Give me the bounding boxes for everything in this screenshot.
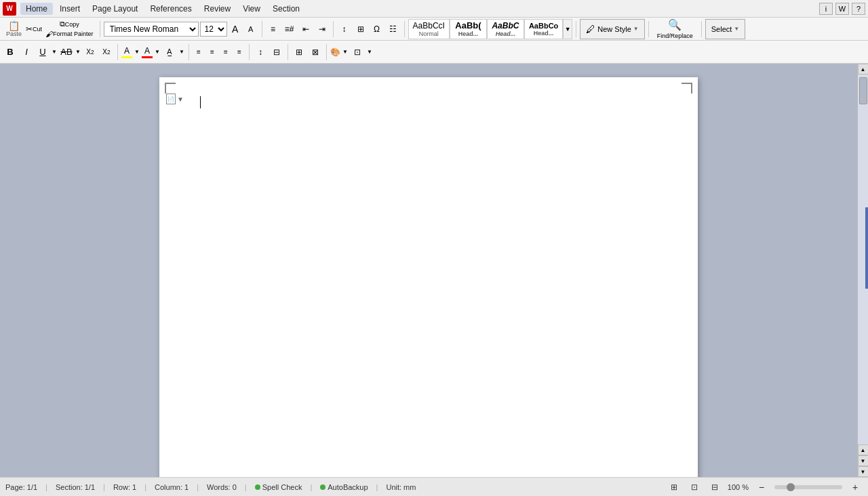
scrollbar-right: ▲ ▲ ▼ ▼	[857, 64, 868, 477]
status-row: Row: 1	[113, 483, 136, 491]
decrease-font-button[interactable]: A	[243, 22, 258, 37]
font-size-select[interactable]: 12	[200, 22, 227, 37]
scroll-up-button[interactable]: ▲	[858, 64, 869, 75]
sep-5	[576, 21, 576, 37]
copy-button[interactable]: ⧉ Copy	[43, 20, 96, 28]
view-print-button[interactable]: ⊟	[707, 480, 722, 495]
zoom-in-button[interactable]: +	[848, 480, 863, 495]
sep-3	[333, 21, 334, 37]
increase-font-button[interactable]: A	[228, 22, 243, 37]
info-button[interactable]: i	[819, 3, 833, 15]
underline-group: U ▼	[35, 45, 58, 60]
new-style-icon: 🖊	[586, 24, 595, 35]
menu-view[interactable]: View	[237, 3, 266, 15]
font-name-group: Times New Roman	[104, 22, 199, 37]
doc-dropdown[interactable]: ▼	[177, 96, 184, 103]
scroll-page-down-button[interactable]: ▼	[858, 455, 869, 466]
underline-dropdown[interactable]: ▼	[51, 45, 58, 60]
style-normal[interactable]: AaBbCcI Normal	[408, 19, 450, 39]
special-chars-button[interactable]: Ω	[370, 22, 384, 37]
decrease-indent-button[interactable]: ⇤	[298, 22, 313, 37]
sep-6	[648, 21, 649, 37]
sep-f5	[326, 44, 327, 60]
doc-icon-area: 📄 ▼	[166, 94, 184, 104]
menu-page-layout[interactable]: Page Layout	[87, 3, 143, 15]
paste-label: Paste	[6, 30, 22, 37]
strikethrough-button[interactable]: AB	[59, 45, 74, 60]
menu-home[interactable]: Home	[20, 3, 53, 15]
strikethrough-dropdown[interactable]: ▼	[75, 45, 81, 60]
font-size-group: 12 A A	[200, 22, 258, 37]
shading-button[interactable]: 🎨	[330, 47, 340, 57]
new-style-dropdown-icon: ▼	[633, 26, 639, 32]
sort-button[interactable]: ↕	[337, 22, 352, 37]
scroll-down-button[interactable]: ▼	[858, 466, 869, 477]
menu-review[interactable]: Review	[199, 3, 236, 15]
borders-button[interactable]: ⊠	[308, 45, 323, 60]
style-heading1[interactable]: AaBb( Head...	[450, 19, 487, 39]
select-button[interactable]: Select ▼	[705, 19, 746, 39]
format-painter-button[interactable]: 🖌 Format Painter	[43, 29, 96, 38]
find-replace-icon: 🔍	[668, 18, 682, 31]
scroll-thumb[interactable]	[859, 77, 867, 104]
shading-dropdown[interactable]: ▼	[342, 45, 349, 60]
shadow-button[interactable]: A̲	[162, 45, 177, 60]
zoom-slider[interactable]	[774, 485, 842, 489]
app-icon: W	[3, 2, 16, 16]
columns-button[interactable]: ⊟	[269, 45, 284, 60]
font-name-select[interactable]: Times New Roman	[104, 22, 199, 37]
unordered-list-button[interactable]: ≡	[266, 22, 281, 37]
superscript-button[interactable]: X2	[83, 45, 98, 60]
underline-button[interactable]: U	[35, 45, 50, 60]
new-style-button[interactable]: 🖊 New Style ▼	[580, 19, 644, 39]
style-heading3[interactable]: AaBbCo Head...	[524, 19, 563, 39]
status-column: Column: 1	[155, 483, 189, 491]
align-center-button[interactable]: ≡	[206, 47, 218, 58]
sep-f2	[189, 44, 189, 60]
highlight-button[interactable]: A	[121, 46, 132, 58]
gallery-scroll-button[interactable]: ▼	[563, 19, 572, 39]
align-right-button[interactable]: ≡	[220, 47, 232, 58]
borders-more-dropdown[interactable]: ▼	[366, 45, 373, 60]
table-button[interactable]: ⊞	[353, 22, 368, 37]
font-color-dropdown[interactable]: ▼	[154, 45, 161, 60]
view-normal-button[interactable]: ⊞	[667, 480, 682, 495]
style-heading2[interactable]: AaBbC Head...	[487, 19, 524, 39]
page[interactable]: 📄 ▼	[159, 77, 698, 477]
italic-button[interactable]: I	[19, 45, 34, 60]
help-button[interactable]: ?	[852, 3, 865, 15]
font-color-button[interactable]: A	[142, 46, 153, 58]
window-controls: i W ?	[819, 3, 865, 15]
align-left-button[interactable]: ≡	[193, 47, 205, 58]
more-button[interactable]: ☷	[386, 22, 401, 37]
scroll-page-up-button[interactable]: ▲	[858, 445, 869, 455]
document-area[interactable]: 📄 ▼	[0, 64, 857, 477]
select-dropdown-icon: ▼	[734, 26, 739, 32]
para-spacing-button[interactable]: ⊞	[292, 45, 307, 60]
zoom-out-button[interactable]: −	[754, 480, 769, 495]
menu-section[interactable]: Section	[267, 3, 305, 15]
find-replace-button[interactable]: 🔍 Find/Replace	[652, 19, 698, 39]
increase-indent-button[interactable]: ⇥	[315, 22, 330, 37]
borders-dropdown-button[interactable]: ⊡	[350, 45, 365, 60]
menu-insert[interactable]: Insert	[54, 3, 85, 15]
page-corner-tl	[165, 83, 176, 94]
doc-icon: 📄	[166, 94, 176, 104]
justify-button[interactable]: ≡	[233, 47, 245, 58]
shadow-dropdown[interactable]: ▼	[178, 45, 185, 60]
strikethrough-group: AB ▼	[59, 45, 81, 60]
sep-1	[100, 21, 100, 37]
view-web-button[interactable]: ⊡	[687, 480, 702, 495]
menu-references[interactable]: References	[144, 3, 197, 15]
highlight-dropdown[interactable]: ▼	[134, 45, 140, 60]
clipboard-group: ✂ Cut	[26, 22, 41, 37]
scroll-position-indicator	[865, 207, 868, 289]
paste-button[interactable]: 📋 Paste	[3, 20, 25, 39]
page-corner-tr	[682, 83, 692, 94]
line-spacing-button[interactable]: ↕	[253, 45, 268, 60]
subscript-button[interactable]: X2	[99, 45, 114, 60]
ordered-list-button[interactable]: ≡#	[282, 22, 297, 37]
cut-button[interactable]: ✂ Cut	[26, 22, 41, 37]
bold-button[interactable]: B	[3, 45, 18, 60]
writer-icon-button[interactable]: W	[835, 3, 849, 15]
